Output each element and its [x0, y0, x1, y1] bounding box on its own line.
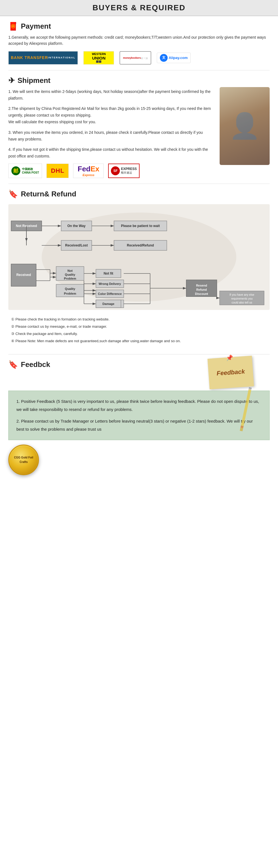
feedback-para-1: 1. Positive Feedback (5 Stars) is very i…	[16, 398, 262, 413]
feedback-content-box: 1. Positive Feedback (5 Stars) is very i…	[8, 391, 270, 440]
return-icon: 🔖	[8, 189, 18, 199]
svg-text:Wrong Delivery: Wrong Delivery	[99, 282, 121, 285]
svg-text:Not: Not	[68, 269, 73, 272]
pushpin-icon: 📌	[226, 354, 234, 362]
western-union-logo: WESTERN UNION ⬛⬛	[83, 51, 114, 65]
gold-badge-area: CGG Gold Foil Crafts	[8, 440, 270, 477]
shipment-para-3: 3. When you receive the items you ordere…	[8, 129, 211, 143]
feedback-icon: 🔖	[8, 360, 18, 369]
svg-text:If you have any else: If you have any else	[230, 293, 254, 296]
please-be-patient-label: Please be patient to wait	[121, 224, 160, 228]
note-2: ② Please contact us by meesage, e-mail, …	[11, 323, 270, 330]
page-title: BUYERS & REQUIRED	[0, 3, 278, 12]
payment-description: 1.Generally, we accept the following pay…	[8, 34, 270, 47]
note-3: ③ Check the package and Item, carefully.	[11, 331, 270, 337]
received-lost-label: Received/Lost	[65, 243, 88, 247]
return-refund-title: 🔖 Return& Refund	[8, 189, 270, 199]
note-1: ① Please check the tracking in formation…	[11, 316, 270, 322]
plane-icon: ✈	[8, 76, 15, 85]
dhl-logo: DHL	[46, 163, 69, 178]
payment-icon: 🧧	[8, 22, 18, 31]
shipment-illustration: 👤	[220, 87, 270, 165]
svg-text:Problem: Problem	[64, 292, 76, 295]
svg-text:could also tell us: could also tell us	[232, 301, 252, 304]
gold-badge: CGG Gold Foil Crafts	[8, 444, 39, 475]
bank-transfer-logo: BANK TRANSFER INTERNATIONAL	[8, 51, 78, 65]
feedback-header-row: 🔖 Feedbck 📌 Feedback	[8, 360, 270, 388]
received-label: Received	[16, 273, 31, 277]
svg-text:Color Difference: Color Difference	[98, 292, 122, 296]
svg-text:Discount: Discount	[195, 292, 208, 296]
note-4: ④ Please Note: Men made defects are not …	[11, 338, 270, 344]
shipment-para-2: 2.The shipment by China Post Registered …	[8, 105, 211, 125]
fedex-logo: FedEx Express	[73, 163, 104, 178]
received-refund-label: Received/Refund	[127, 243, 154, 247]
china-post-icon: 邮	[11, 166, 20, 175]
feedback-sticky-text: Feedback	[216, 368, 245, 377]
payment-logos: BANK TRANSFER INTERNATIONAL WESTERN UNIO…	[8, 51, 270, 65]
feedback-title: 🔖 Feedbck	[8, 360, 50, 369]
on-the-way-label: On the Way	[67, 224, 85, 228]
flowchart-svg: Not Received On the Way Please be patien…	[8, 204, 270, 310]
shipment-para-4: 4. If you have not got it within the shi…	[8, 146, 211, 160]
feedback-section: 🔖 Feedbck 📌 Feedback 1. Positive Feedbac…	[0, 354, 278, 483]
svg-text:Refund: Refund	[196, 288, 207, 291]
flowchart: Not Received On the Way Please be patien…	[8, 204, 270, 311]
svg-text:Not fit: Not fit	[104, 272, 113, 275]
svg-text:Problem: Problem	[64, 277, 76, 280]
return-refund-section: 🔖 Return& Refund Not Received On the Way…	[0, 184, 278, 354]
sf-express-logo: SF EXPRESS 顺丰速运	[108, 163, 140, 178]
svg-text:requirements you: requirements you	[231, 297, 252, 300]
feedback-sticky-note: 📌 Feedback	[207, 356, 254, 390]
feedback-para-2: 2. Please contact us by Trade Manager or…	[16, 417, 262, 433]
gold-badge-text: CGG Gold Foil Crafts	[9, 456, 38, 464]
svg-text:Quality: Quality	[65, 287, 75, 290]
shipment-section: ✈ Shipment 👤 1. We will sent the items w…	[0, 70, 278, 184]
svg-text:Damage: Damage	[103, 302, 114, 306]
alipay-icon: 支	[160, 54, 168, 62]
shipping-logos: 邮 中国邮政 CHINA POST DHL FedEx Express SF E…	[8, 163, 270, 178]
svg-text:Resend: Resend	[196, 284, 207, 287]
moneybookers-logo: moneybookers ((( ○ )))	[119, 51, 151, 65]
shipment-title: ✈ Shipment	[8, 76, 270, 85]
payment-title: 🧧 Payment	[8, 22, 270, 31]
china-post-logo: 邮 中国邮政 CHINA POST	[8, 163, 42, 178]
alipay-logo: 支 Alipay.com	[157, 53, 191, 63]
return-notes: ① Please check the tracking in formation…	[8, 316, 270, 344]
sf-badge: SF	[111, 166, 120, 175]
shipment-para-1: 1. We will sent the items within 2-5days…	[8, 89, 211, 102]
svg-text:Quality: Quality	[65, 273, 75, 276]
payment-section: 🧧 Payment 1.Generally, we accept the fol…	[0, 16, 278, 70]
page-header: BUYERS & REQUIRED	[0, 0, 278, 16]
